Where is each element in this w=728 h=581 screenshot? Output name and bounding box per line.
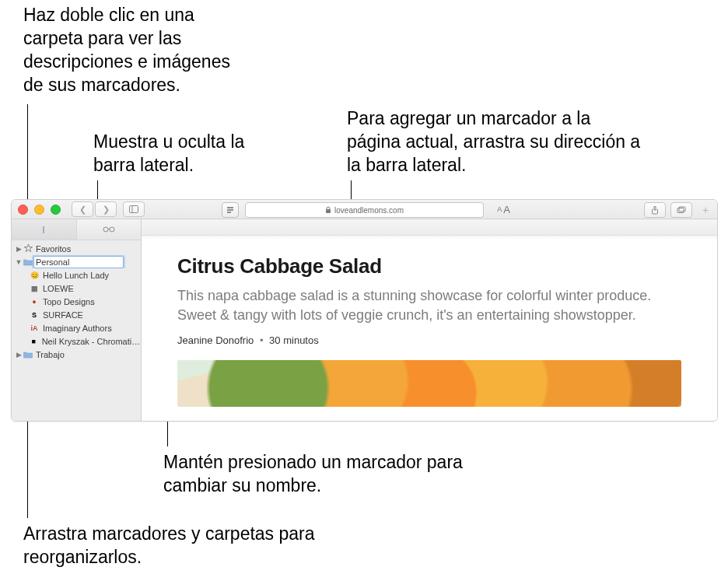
sidebar-bookmark-item[interactable]: SSURFACE xyxy=(12,308,141,321)
share-button[interactable] xyxy=(644,202,666,218)
reader-view-button[interactable] xyxy=(222,202,239,218)
window-toolbar: ❮ ❯ loveandlemons.com AA xyxy=(12,200,717,219)
reader-icon xyxy=(226,206,234,214)
chevron-down-icon: ▼ xyxy=(15,258,23,266)
open-book-icon xyxy=(38,226,49,234)
navigation-buttons: ❮ ❯ xyxy=(72,201,117,217)
callout-add-bookmark-drag: Para agregar un marcador a la página act… xyxy=(347,107,642,177)
minimize-window-button[interactable] xyxy=(34,205,44,215)
article-title: Citrus Cabbage Salad xyxy=(177,254,681,278)
chevron-right-icon: ▶ xyxy=(15,245,23,253)
sidebar-tab-readinglist[interactable] xyxy=(77,219,142,240)
sidebar-toggle-button[interactable] xyxy=(123,201,145,217)
sidebar-folder-favoritos[interactable]: ▶ Favoritos xyxy=(12,242,141,255)
tab-bar[interactable] xyxy=(142,219,717,236)
show-tabs-button[interactable] xyxy=(670,202,692,218)
reader-article: Citrus Cabbage Salad This napa cabbage s… xyxy=(142,236,717,422)
glasses-icon xyxy=(103,226,115,233)
sidebar-bookmark-list: ▶ Favoritos ▼ Personal 😊Hello Lunch Lady… xyxy=(12,240,141,361)
sidebar-item-label: Favoritos xyxy=(36,244,71,254)
sidebar-bookmark-item[interactable]: ●Topo Designs xyxy=(12,295,141,308)
zoom-window-button[interactable] xyxy=(51,205,61,215)
favicon-icon: ● xyxy=(29,297,40,306)
sidebar-item-label: SURFACE xyxy=(43,310,83,320)
callout-double-click-folder: Haz doble clic en una carpeta para ver l… xyxy=(23,4,249,97)
separator-dot: • xyxy=(260,334,264,346)
svg-rect-8 xyxy=(679,207,685,212)
folder-icon xyxy=(23,351,33,359)
favicon-icon: ■ xyxy=(29,337,39,346)
reader-font-size-button[interactable]: AA xyxy=(497,200,511,219)
page-content-area: Citrus Cabbage Salad This napa cabbage s… xyxy=(142,219,717,422)
address-domain: loveandlemons.com xyxy=(334,206,404,215)
svg-rect-0 xyxy=(130,206,138,213)
article-author: Jeanine Donofrio xyxy=(177,334,254,346)
sidebar-item-label: Topo Designs xyxy=(43,297,95,306)
close-window-button[interactable] xyxy=(18,205,28,215)
address-bar[interactable]: loveandlemons.com xyxy=(245,202,484,218)
safari-window: ❮ ❯ loveandlemons.com AA xyxy=(11,199,718,422)
favicon-icon: S xyxy=(29,310,40,320)
back-button[interactable]: ❮ xyxy=(72,201,93,217)
article-byline: Jeanine Donofrio • 30 minutos xyxy=(177,334,681,346)
svg-rect-7 xyxy=(677,208,684,213)
favicon-icon: ▦ xyxy=(29,284,40,293)
article-time: 30 minutos xyxy=(269,334,319,346)
star-icon xyxy=(23,244,33,253)
sidebar-item-label: Hello Lunch Lady xyxy=(43,271,109,280)
sidebar-icon xyxy=(129,205,138,213)
svg-rect-5 xyxy=(326,209,331,213)
sidebar-bookmark-item[interactable]: ▦LOEWE xyxy=(12,282,141,295)
callout-drag-to-reorder: Arrastra marcadores y carpetas para reor… xyxy=(23,523,350,569)
article-hero-image xyxy=(177,360,681,407)
folder-name-edit-field[interactable]: Personal xyxy=(33,256,124,268)
svg-rect-6 xyxy=(653,209,658,214)
bookmarks-sidebar: ▶ Favoritos ▼ Personal 😊Hello Lunch Lady… xyxy=(12,219,142,422)
svg-point-10 xyxy=(103,227,108,232)
chevron-right-icon: ▶ xyxy=(15,351,23,359)
article-summary: This napa cabbage salad is a stunning sh… xyxy=(177,286,681,325)
forward-button[interactable]: ❯ xyxy=(95,201,117,217)
tabs-icon xyxy=(677,206,686,214)
sidebar-item-label: Neil Kryszak - Chromatic E... xyxy=(42,337,141,346)
sidebar-item-label: LOEWE xyxy=(43,284,74,293)
window-traffic-lights[interactable] xyxy=(18,205,61,215)
callout-hold-to-rename: Mantén presionado un marcador para cambi… xyxy=(163,451,506,498)
sidebar-item-label: Imaginary Authors xyxy=(43,324,112,333)
share-icon xyxy=(651,205,659,215)
sidebar-tab-bookmarks[interactable] xyxy=(12,219,77,240)
new-tab-button[interactable]: + xyxy=(700,204,711,216)
sidebar-tab-strip xyxy=(12,219,141,240)
svg-point-11 xyxy=(110,227,114,232)
lock-icon xyxy=(325,206,331,214)
sidebar-bookmark-item[interactable]: 😊Hello Lunch Lady xyxy=(12,268,141,282)
folder-icon xyxy=(23,258,33,266)
sidebar-bookmark-item[interactable]: iAImaginary Authors xyxy=(12,321,141,334)
sidebar-folder-personal-editing[interactable]: ▼ Personal xyxy=(12,255,141,268)
favicon-icon: iA xyxy=(29,324,40,333)
sidebar-folder-trabajo[interactable]: ▶ Trabajo xyxy=(12,348,141,361)
callout-show-hide-sidebar: Muestra u oculta la barra lateral. xyxy=(93,131,272,177)
favicon-icon: 😊 xyxy=(29,271,40,280)
sidebar-item-label: Trabajo xyxy=(36,350,65,359)
sidebar-bookmark-item[interactable]: ■Neil Kryszak - Chromatic E... xyxy=(12,334,141,348)
